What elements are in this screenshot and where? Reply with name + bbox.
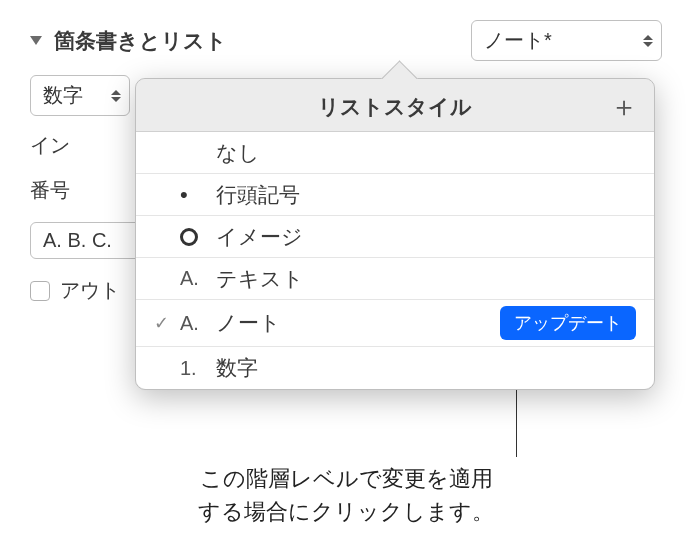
chevrons-icon bbox=[643, 35, 653, 47]
update-button[interactable]: アップデート bbox=[500, 306, 636, 340]
style-list: なし • 行頭記号 イメージ A. テキスト ✓ A. ノート アップデート 1… bbox=[136, 131, 654, 389]
item-label: 数字 bbox=[216, 354, 636, 382]
list-item-number[interactable]: 1. 数字 bbox=[136, 347, 654, 389]
list-type-dropdown[interactable]: 数字 bbox=[30, 75, 130, 116]
popover-header: リストスタイル ＋ bbox=[136, 79, 654, 131]
list-style-dropdown[interactable]: ノート* bbox=[471, 20, 662, 61]
outline-label: アウト bbox=[60, 277, 120, 304]
bullet-icon: • bbox=[180, 184, 216, 206]
callout-line bbox=[516, 382, 517, 457]
list-style-popover: リストスタイル ＋ なし • 行頭記号 イメージ A. テキスト ✓ A. ノー… bbox=[135, 78, 655, 390]
list-item-image[interactable]: イメージ bbox=[136, 216, 654, 258]
item-label: イメージ bbox=[216, 223, 636, 251]
prefix-label: 1. bbox=[180, 357, 216, 380]
callout-text: この階層レベルで変更を適用 する場合にクリックします。 bbox=[0, 462, 692, 528]
chevrons-icon bbox=[111, 90, 121, 102]
number-label: 番号 bbox=[30, 177, 90, 204]
item-label: ノート bbox=[216, 309, 500, 337]
dropdown-value: ノート* bbox=[484, 27, 552, 54]
indent-label: イン bbox=[30, 132, 90, 159]
list-item-bullet[interactable]: • 行頭記号 bbox=[136, 174, 654, 216]
section-header[interactable]: 箇条書きとリスト ノート* bbox=[30, 20, 662, 61]
popover-title: リストスタイル bbox=[318, 93, 472, 121]
disclosure-triangle-icon[interactable] bbox=[30, 36, 42, 45]
item-label: テキスト bbox=[216, 265, 636, 293]
list-item-note[interactable]: ✓ A. ノート アップデート bbox=[136, 300, 654, 347]
list-item-text[interactable]: A. テキスト bbox=[136, 258, 654, 300]
add-style-button[interactable]: ＋ bbox=[610, 93, 638, 121]
prefix-label: A. bbox=[180, 267, 216, 290]
item-label: 行頭記号 bbox=[216, 181, 636, 209]
list-item-none[interactable]: なし bbox=[136, 132, 654, 174]
checkmark-icon: ✓ bbox=[154, 312, 180, 334]
dropdown-value: 数字 bbox=[43, 82, 83, 109]
outline-checkbox[interactable] bbox=[30, 281, 50, 301]
section-title: 箇条書きとリスト bbox=[54, 27, 227, 55]
item-label: なし bbox=[216, 139, 636, 167]
circle-icon bbox=[180, 228, 216, 246]
prefix-label: A. bbox=[180, 312, 216, 335]
